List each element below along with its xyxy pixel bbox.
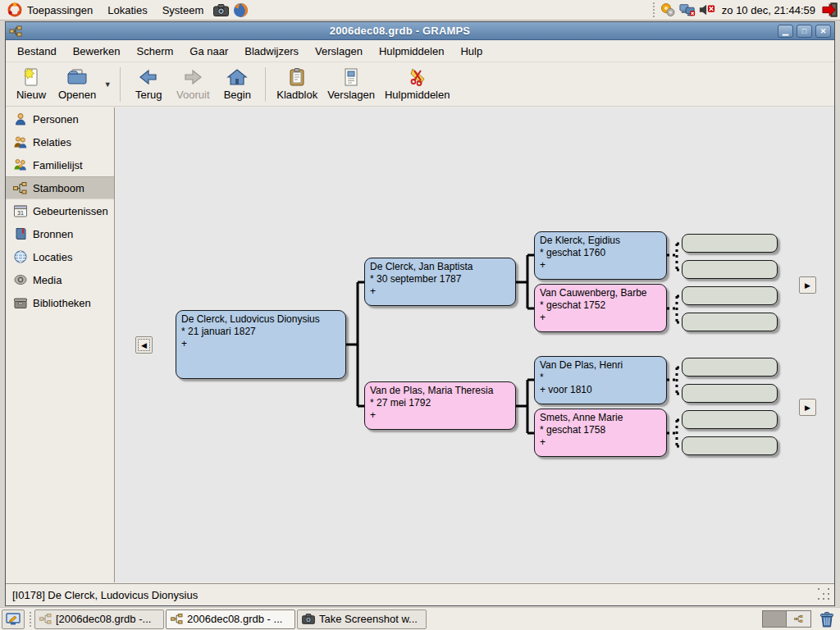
- places-menu-label: Lokaties: [107, 4, 147, 16]
- sidebar-item-gebeurtenissen[interactable]: 31 Gebeurtenissen: [6, 199, 114, 222]
- sidebar-item-personen[interactable]: Personen: [6, 107, 114, 130]
- scratchpad-button[interactable]: Kladblok: [272, 64, 322, 105]
- menu-verslagen[interactable]: Verslagen: [307, 41, 371, 62]
- screenshot-launcher[interactable]: [212, 1, 230, 19]
- minimize-button[interactable]: ▁: [778, 25, 793, 38]
- software-update-icon[interactable]: [660, 2, 676, 18]
- family-list-icon: [13, 158, 27, 172]
- menu-scherm[interactable]: Scherm: [129, 41, 182, 62]
- open-folder-icon: [66, 67, 88, 87]
- person-box-grandfather-paternal[interactable]: De Klerck, Egidius * geschat 1760 +: [534, 231, 667, 280]
- new-button[interactable]: Nieuw: [9, 64, 53, 105]
- workspace-1[interactable]: [763, 611, 787, 627]
- open-button[interactable]: Openen: [53, 64, 101, 105]
- empty-person-box: [682, 436, 778, 455]
- gnome-top-panel: Toepassingen Lokaties Systeem: [0, 0, 840, 21]
- sidebar-item-relaties[interactable]: Relaties: [6, 130, 114, 153]
- volume-muted-icon[interactable]: [699, 2, 715, 18]
- trash-applet[interactable]: [816, 609, 838, 629]
- ubuntu-logo-icon: [7, 2, 22, 17]
- empty-person-box: [682, 234, 778, 253]
- person-box-grandfather-maternal[interactable]: Van De Plas, Henri * + voor 1810: [534, 356, 667, 404]
- resize-grip[interactable]: [818, 588, 831, 601]
- pedigree-canvas: ◀ De Clerck, Ludovicus Dionysius * 21 ja…: [116, 107, 834, 582]
- applications-menu[interactable]: Toepassingen: [0, 0, 100, 21]
- sidebar-item-locaties[interactable]: Locaties: [6, 245, 114, 268]
- task-button-screenshot[interactable]: Take Screenshot w...: [297, 609, 427, 629]
- firefox-launcher[interactable]: [231, 1, 249, 19]
- chevron-down-icon: ▼: [104, 80, 112, 89]
- person-box-mother[interactable]: Van de Plas, Maria Theresia * 27 mei 179…: [364, 381, 516, 430]
- person-box-grandmother-paternal[interactable]: Van Cauwenberg, Barbe * geschat 1752 +: [534, 284, 667, 332]
- gramps-icon: [794, 615, 803, 623]
- menu-ga-naar[interactable]: Ga naar: [181, 41, 236, 62]
- scratchpad-button-label: Kladblok: [276, 89, 317, 101]
- sidebar-item-bronnen[interactable]: Bronnen: [6, 222, 114, 245]
- person-box-root[interactable]: De Clerck, Ludovicus Dionysius * 21 janu…: [176, 310, 346, 379]
- sidebar-item-bibliotheken[interactable]: Bibliotheken: [6, 291, 114, 314]
- forward-button[interactable]: Vooruit: [171, 64, 215, 105]
- person-birth: * geschat 1752: [540, 299, 661, 312]
- person-death: +: [540, 312, 661, 324]
- reports-button-label: Verslagen: [327, 89, 375, 101]
- person-box-father[interactable]: De Clerck, Jan Baptista * 30 september 1…: [364, 258, 516, 306]
- menu-hulp[interactable]: Hulp: [452, 41, 491, 62]
- sidebar-item-stamboom[interactable]: Stamboom: [6, 176, 114, 199]
- workspace-2[interactable]: [787, 611, 810, 627]
- sidebar-item-familielijst[interactable]: Familielijst: [6, 153, 114, 176]
- tools-button-label: Hulpmiddelen: [385, 89, 450, 101]
- titlebar[interactable]: 2006dec08.grdb - GRAMPS ▁ □ ✕: [6, 22, 834, 40]
- task-label: [2006dec08.grdb -...: [56, 613, 151, 625]
- show-desktop-button[interactable]: [2, 609, 25, 629]
- home-button[interactable]: Begin: [215, 64, 259, 105]
- pedigree-right-button-top[interactable]: ▶: [799, 276, 816, 294]
- person-icon: [13, 112, 27, 126]
- menu-hulpmiddelen[interactable]: Hulpmiddelen: [371, 41, 453, 62]
- firefox-icon: [233, 2, 249, 18]
- gramps-window: 2006dec08.grdb - GRAMPS ▁ □ ✕ Bestand Be…: [5, 21, 835, 606]
- open-dropdown-button[interactable]: ▼: [101, 64, 114, 105]
- sidebar-label: Familielijst: [33, 159, 83, 171]
- logout-door-icon[interactable]: [822, 2, 838, 18]
- reports-button[interactable]: Verslagen: [322, 64, 380, 105]
- places-menu[interactable]: Lokaties: [100, 0, 154, 21]
- repositories-icon: [13, 296, 27, 310]
- new-document-icon: [21, 67, 41, 87]
- pedigree-right-button-bottom[interactable]: ▶: [799, 399, 816, 416]
- network-computers-icon[interactable]: [679, 2, 696, 18]
- gramps-icon: [171, 614, 183, 624]
- close-button[interactable]: ✕: [815, 25, 831, 38]
- gramps-window-icon: [9, 25, 22, 37]
- menu-bestand[interactable]: Bestand: [9, 41, 65, 62]
- maximize-button[interactable]: □: [797, 25, 812, 38]
- person-box-grandmother-maternal[interactable]: Smets, Anne Marie * geschat 1758 +: [534, 409, 667, 457]
- system-menu[interactable]: Systeem: [155, 0, 212, 21]
- menu-bladwijzers[interactable]: Bladwijzers: [236, 41, 307, 62]
- clock-applet[interactable]: zo 10 dec, 21:44:59: [719, 4, 819, 16]
- tools-button[interactable]: Hulpmiddelen: [380, 64, 455, 105]
- forward-arrow-icon: [182, 67, 203, 87]
- pedigree-left-button[interactable]: ◀: [135, 336, 153, 354]
- person-death: +: [370, 409, 510, 422]
- back-button-label: Terug: [135, 89, 162, 101]
- task-button-dialog[interactable]: [2006dec08.grdb -...: [34, 609, 164, 629]
- new-button-label: Nieuw: [16, 89, 46, 101]
- menu-bewerken[interactable]: Bewerken: [65, 41, 129, 62]
- sidebar-label: Media: [33, 274, 62, 286]
- back-arrow-icon: [138, 67, 159, 87]
- show-desktop-icon: [6, 613, 21, 626]
- tasklist-handle[interactable]: [28, 612, 33, 627]
- sidebar-item-media[interactable]: Media: [6, 268, 114, 291]
- sidebar-label: Bronnen: [33, 228, 73, 240]
- task-button-gramps-active[interactable]: 2006dec08.grdb - ...: [166, 609, 295, 629]
- sidebar-label: Relaties: [33, 136, 71, 148]
- report-icon: [341, 67, 361, 87]
- media-icon: [13, 273, 27, 287]
- toolbar: Nieuw Openen ▼ Terug Vooruit: [6, 62, 834, 107]
- tray-handle[interactable]: [651, 2, 656, 17]
- events-calendar-icon: 31: [13, 204, 27, 218]
- back-button[interactable]: Terug: [126, 64, 171, 105]
- places-globe-icon: [13, 250, 27, 264]
- trash-icon: [819, 611, 835, 628]
- task-label: 2006dec08.grdb - ...: [187, 613, 282, 625]
